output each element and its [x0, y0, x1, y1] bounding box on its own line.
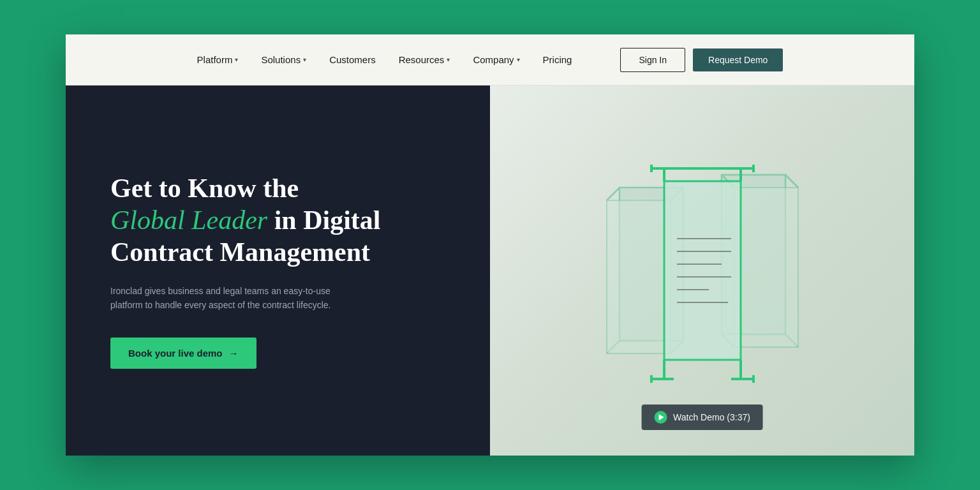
nav-company-label: Company — [473, 54, 514, 65]
svg-line-7 — [785, 175, 798, 188]
hero-heading-accent: Global Leader — [110, 205, 267, 235]
signin-button[interactable]: Sign In — [620, 48, 685, 72]
hero-section: Get to Know the Global Leader in Digital… — [66, 85, 914, 456]
play-icon — [654, 411, 667, 424]
nav-item-resources[interactable]: Resources ▾ — [399, 54, 450, 65]
page-wrapper: Platform ▾ Solutions ▾ Customers Resourc… — [66, 34, 914, 456]
hero-heading-prefix: Get to Know the — [110, 174, 299, 203]
nav-item-company[interactable]: Company ▾ — [473, 54, 519, 65]
nav-item-pricing[interactable]: Pricing — [543, 54, 572, 65]
nav-platform-chevron: ▾ — [235, 56, 238, 63]
nav-actions: Sign In Request Demo — [620, 48, 783, 72]
hero-right-panel: Watch Demo (3:37) — [490, 85, 914, 456]
svg-marker-5 — [607, 200, 671, 353]
watch-demo-label: Watch Demo (3:37) — [673, 412, 750, 422]
nav-solutions-label: Solutions — [261, 54, 301, 65]
nav-resources-chevron: ▾ — [447, 56, 450, 63]
svg-marker-12 — [664, 181, 741, 360]
nav-customers-label: Customers — [329, 54, 376, 65]
arrow-icon: → — [229, 348, 239, 359]
request-demo-button[interactable]: Request Demo — [693, 48, 783, 71]
svg-line-1 — [607, 188, 620, 200]
nav-resources-label: Resources — [399, 54, 445, 65]
live-demo-button[interactable]: Book your live demo → — [110, 338, 256, 369]
svg-marker-11 — [734, 188, 798, 347]
hero-illustration — [568, 137, 836, 405]
hero-left-panel: Get to Know the Global Leader in Digital… — [66, 85, 490, 456]
nav-solutions-chevron: ▾ — [303, 56, 306, 63]
illustration-container — [490, 85, 914, 456]
nav-item-solutions[interactable]: Solutions ▾ — [261, 54, 306, 65]
hero-heading: Get to Know the Global Leader in Digital… — [110, 172, 445, 269]
nav-platform-label: Platform — [197, 54, 233, 65]
cta-label: Book your live demo — [128, 348, 223, 359]
navbar: Platform ▾ Solutions ▾ Customers Resourc… — [66, 34, 914, 85]
nav-item-platform[interactable]: Platform ▾ — [197, 54, 239, 65]
nav-company-chevron: ▾ — [517, 56, 520, 63]
nav-inner: Platform ▾ Solutions ▾ Customers Resourc… — [197, 48, 783, 72]
nav-pricing-label: Pricing — [543, 54, 572, 65]
watch-demo-badge[interactable]: Watch Demo (3:37) — [641, 405, 763, 430]
hero-subtext: Ironclad gives business and legal teams … — [110, 284, 340, 313]
play-triangle — [658, 414, 664, 420]
nav-item-customers[interactable]: Customers — [329, 54, 376, 65]
